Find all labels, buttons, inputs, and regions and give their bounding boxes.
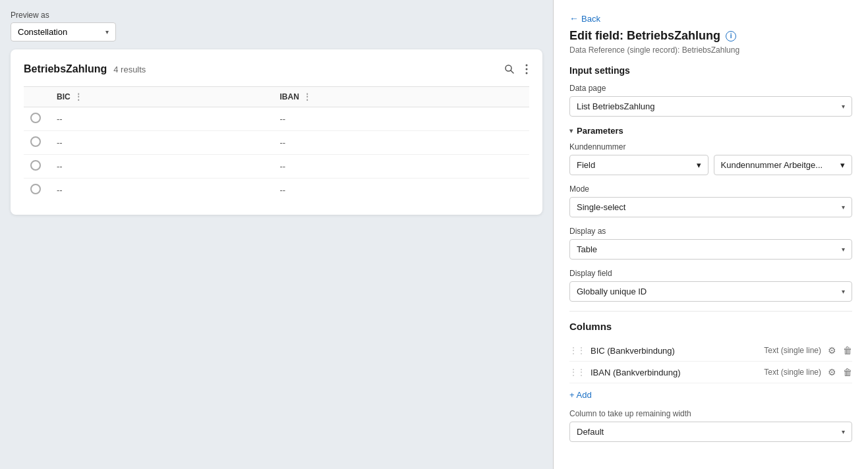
display-field-field: Display field Globally unique ID ▾: [569, 269, 852, 302]
column-left-iban: ⋮⋮ IBAN (Bankverbindung): [569, 368, 681, 377]
chevron-down-icon: ▾: [842, 204, 845, 211]
table-row: -- --: [24, 131, 529, 155]
row3-iban: --: [273, 155, 529, 179]
table-row: -- --: [24, 179, 529, 202]
drag-handle-icon[interactable]: ⋮⋮: [569, 346, 585, 355]
bic-col-menu-icon[interactable]: ⋮: [74, 92, 82, 101]
iban-col-type: Text (single line): [764, 368, 821, 377]
more-options-button[interactable]: [524, 63, 529, 76]
card-actions: [503, 63, 529, 76]
column-right-bic: Text (single line) ⚙ 🗑: [764, 345, 852, 356]
edit-field-subtitle: Data Reference (single record): Betriebs…: [569, 45, 852, 55]
back-link[interactable]: ← Back: [569, 13, 852, 24]
search-button[interactable]: [503, 63, 516, 76]
row3-bic: --: [50, 155, 273, 179]
card-title: BetriebsZahlung: [24, 63, 107, 75]
col-remaining-field: Column to take up remaining width Defaul…: [569, 409, 852, 442]
chevron-down-icon: ▾: [105, 28, 109, 36]
kundennummer-label: Kundennummer: [569, 142, 852, 152]
row1-iban: --: [273, 107, 529, 131]
iban-col-menu-icon[interactable]: ⋮: [303, 92, 311, 101]
result-count: 4 results: [113, 65, 146, 74]
parameters-section: ▾ Parameters Kundennummer Field ▾ Kunden…: [569, 126, 852, 175]
kundennummer-ref-value: Kundennummer Arbeitge...: [721, 160, 823, 170]
display-as-label: Display as: [569, 227, 852, 236]
back-arrow-icon: ←: [569, 13, 579, 24]
column-left-bic: ⋮⋮ BIC (Bankverbindung): [569, 346, 675, 356]
preview-dropdown-value: Constellation: [18, 27, 67, 37]
data-page-select[interactable]: List BetriebsZahlung ▾: [569, 96, 852, 117]
row2-selector[interactable]: [24, 131, 50, 155]
chevron-down-icon: ▾: [842, 428, 845, 435]
row2-iban: --: [273, 131, 529, 155]
mode-field: Mode Single-select ▾: [569, 184, 852, 217]
columns-list: ⋮⋮ BIC (Bankverbindung) Text (single lin…: [569, 340, 852, 383]
preview-dropdown[interactable]: Constellation ▾: [11, 22, 116, 41]
data-table: BIC ⋮ IBAN ⋮ -- --: [24, 86, 529, 202]
data-page-field: Data page List BetriebsZahlung ▾: [569, 84, 852, 117]
back-label: Back: [581, 14, 600, 24]
svg-point-4: [526, 72, 528, 74]
display-field-label: Display field: [569, 269, 852, 278]
card-header: BetriebsZahlung 4 results: [24, 63, 529, 76]
mode-select[interactable]: Single-select ▾: [569, 197, 852, 217]
column-row-bic: ⋮⋮ BIC (Bankverbindung) Text (single lin…: [569, 340, 852, 362]
search-icon: [504, 64, 515, 74]
row4-iban: --: [273, 179, 529, 202]
display-as-field: Display as Table ▾: [569, 227, 852, 260]
preview-card: BetriebsZahlung 4 results: [11, 49, 542, 215]
kundennummer-field-select[interactable]: Field ▾: [569, 155, 709, 175]
display-field-select[interactable]: Globally unique ID ▾: [569, 281, 852, 302]
svg-point-2: [526, 65, 528, 67]
col-remaining-label: Column to take up remaining width: [569, 409, 852, 418]
svg-line-1: [511, 70, 513, 73]
chevron-down-icon: ▾: [697, 160, 701, 170]
row4-selector[interactable]: [24, 179, 50, 202]
iban-settings-icon[interactable]: ⚙: [828, 367, 836, 377]
table-row: -- --: [24, 155, 529, 179]
bic-col-header: BIC ⋮: [50, 87, 273, 107]
data-page-label: Data page: [569, 84, 852, 93]
preview-label: Preview as: [11, 11, 542, 20]
row1-bic: --: [50, 107, 273, 131]
svg-point-3: [526, 69, 528, 70]
parameters-toggle[interactable]: ▾ Parameters: [569, 126, 852, 136]
kundennummer-param: Kundennummer Field ▾ Kundennummer Arbeit…: [569, 142, 852, 175]
iban-col-header: IBAN ⋮: [273, 87, 529, 107]
col-remaining-select[interactable]: Default ▾: [569, 422, 852, 442]
chevron-down-icon: ▾: [569, 127, 573, 134]
table-row: -- --: [24, 107, 529, 131]
iban-column-name: IBAN (Bankverbindung): [591, 368, 681, 377]
chevron-down-icon: ▾: [840, 160, 845, 170]
display-as-value: Table: [577, 244, 597, 254]
input-settings-title: Input settings: [569, 65, 852, 76]
info-icon[interactable]: i: [726, 31, 736, 41]
add-label: + Add: [569, 390, 592, 400]
kundennummer-inputs: Field ▾ Kundennummer Arbeitge... ▾: [569, 155, 852, 175]
chevron-down-icon: ▾: [842, 288, 845, 295]
row2-bic: --: [50, 131, 273, 155]
display-as-select[interactable]: Table ▾: [569, 239, 852, 260]
row4-bic: --: [50, 179, 273, 202]
chevron-down-icon: ▾: [842, 103, 845, 110]
kundennummer-field-value: Field: [577, 160, 595, 170]
data-page-value: List BetriebsZahlung: [577, 101, 655, 111]
bic-delete-icon[interactable]: 🗑: [843, 345, 852, 356]
left-panel: Preview as Constellation ▾ BetriebsZahlu…: [0, 0, 554, 469]
selector-col-header: [24, 87, 50, 107]
edit-field-title: Edit field: BetriebsZahlung i: [569, 29, 852, 43]
add-column-link[interactable]: + Add: [569, 390, 852, 400]
bic-column-name: BIC (Bankverbindung): [591, 346, 675, 356]
bic-settings-icon[interactable]: ⚙: [828, 345, 836, 356]
iban-delete-icon[interactable]: 🗑: [843, 367, 852, 377]
mode-label: Mode: [569, 184, 852, 194]
vertical-dots-icon: [525, 64, 528, 74]
divider: [569, 311, 852, 312]
columns-section-title: Columns: [569, 321, 852, 332]
card-title-area: BetriebsZahlung 4 results: [24, 63, 146, 75]
mode-value: Single-select: [577, 202, 625, 212]
row3-selector[interactable]: [24, 155, 50, 179]
row1-selector[interactable]: [24, 107, 50, 131]
drag-handle-icon[interactable]: ⋮⋮: [569, 368, 585, 377]
kundennummer-ref-select[interactable]: Kundennummer Arbeitge... ▾: [714, 155, 853, 175]
